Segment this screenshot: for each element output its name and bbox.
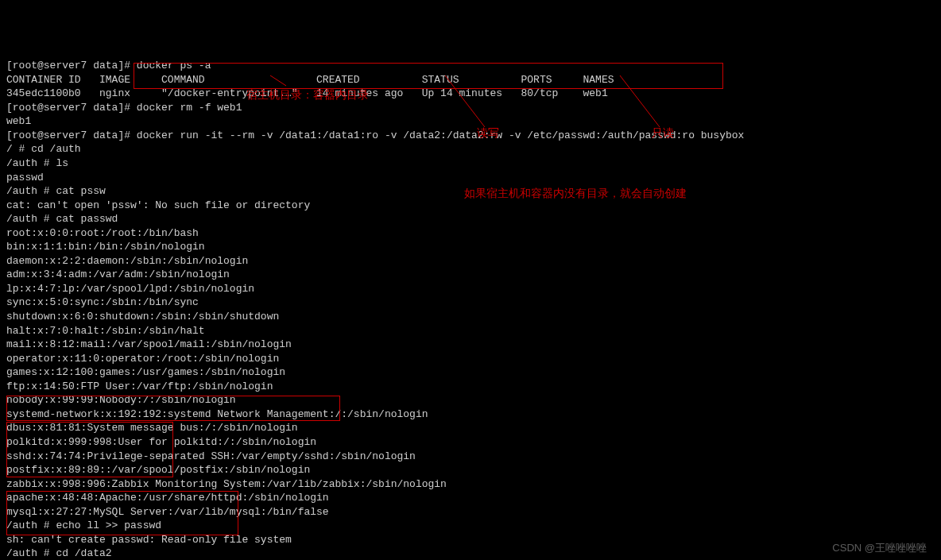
terminal-line: sync:x:5:0:sync:/sbin:/bin/sync [6, 295, 935, 310]
terminal-line: polkitd:x:999:998:User for polkitd:/:/sb… [6, 435, 935, 450]
terminal-line: /auth # cat pssw [6, 184, 935, 199]
terminal-line: [root@server7 data]# docker rm -f web1 [6, 101, 935, 115]
terminal-line: zabbix:x:998:996:Zabbix Monitoring Syste… [6, 477, 935, 492]
terminal-line: games:x:12:100:games:/usr/games:/sbin/no… [6, 365, 935, 380]
terminal-line: sshd:x:74:74:Privilege-separated SSH:/va… [6, 450, 935, 464]
terminal-line: /auth # cat passwd [6, 212, 935, 226]
terminal-line: /auth # ls [6, 156, 935, 171]
terminal-line: halt:x:7:0:halt:/sbin:/sbin/halt [6, 324, 935, 338]
terminal-line: [root@server7 data]# docker ps -a [6, 59, 935, 73]
terminal-line: root:x:0:0:root:/root:/bin/bash [6, 226, 935, 241]
terminal-line: lp:x:4:7:lp:/var/spool/lpd:/sbin/nologin [6, 282, 935, 296]
terminal-line: shutdown:x:6:0:shutdown:/sbin:/sbin/shut… [6, 310, 935, 324]
terminal-line: passwd [6, 171, 935, 185]
terminal-output[interactable]: [root@server7 data]# docker ps -aCONTAIN… [6, 59, 935, 560]
terminal-line: sh: can't create passwd: Read-only file … [6, 533, 935, 547]
terminal-line: operator:x:11:0:operator:/root:/sbin/nol… [6, 352, 935, 366]
terminal-line: CONTAINER ID IMAGE COMMAND CREATED STATU… [6, 73, 935, 87]
terminal-line: dbus:x:81:81:System message bus:/:/sbin/… [6, 421, 935, 435]
terminal-line: apache:x:48:48:Apache:/usr/share/httpd:/… [6, 491, 935, 505]
terminal-line: web1 [6, 114, 935, 129]
terminal-line: mysql:x:27:27:MySQL Server:/var/lib/mysq… [6, 505, 935, 519]
terminal-line: mail:x:8:12:mail:/var/spool/mail:/sbin/n… [6, 338, 935, 352]
terminal-line: cat: can't open 'pssw': No such file or … [6, 199, 935, 213]
terminal-line: systemd-network:x:192:192:systemd Networ… [6, 407, 935, 422]
terminal-line: / # cd /auth [6, 142, 935, 156]
terminal-line: ftp:x:14:50:FTP User:/var/ftp:/sbin/nolo… [6, 380, 935, 394]
terminal-line: adm:x:3:4:adm:/var/adm:/sbin/nologin [6, 268, 935, 282]
terminal-line: bin:x:1:1:bin:/bin:/sbin/nologin [6, 240, 935, 254]
watermark: CSDN @王唑唑唑唑 [832, 541, 927, 555]
terminal-line: nobody:x:99:99:Nobody:/:/sbin/nologin [6, 393, 935, 407]
terminal-line: 345edc1100b0 nginx "/docker-entrypoint.…… [6, 87, 935, 101]
terminal-line: [root@server7 data]# docker run -it --rm… [6, 129, 935, 143]
terminal-line: /auth # echo ll >> passwd [6, 519, 935, 533]
terminal-line: daemon:x:2:2:daemon:/sbin:/sbin/nologin [6, 254, 935, 268]
terminal-line: /auth # cd /data2 [6, 546, 935, 560]
terminal-line: postfix:x:89:89::/var/spool/postfix:/sbi… [6, 463, 935, 477]
